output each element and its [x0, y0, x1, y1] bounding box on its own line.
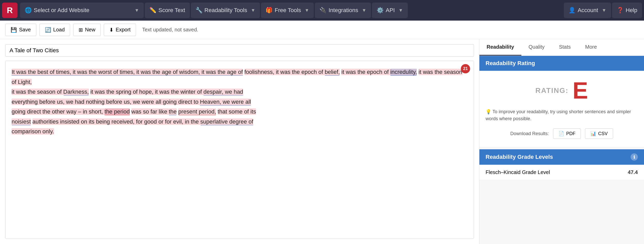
top-nav: R 🌐 Select or Add Website ▼ ✏️ Score Tex…: [0, 0, 644, 21]
export-button[interactable]: ⬇ Export: [104, 24, 136, 36]
free-tools-label: Free Tools: [275, 7, 301, 14]
status-text: Text updated, not saved.: [142, 27, 198, 33]
api-chevron-icon: ▼: [399, 8, 403, 13]
help-icon: ❓: [617, 7, 624, 14]
text-span: it was the epoch of: [341, 69, 390, 75]
text-span: Darkness,: [63, 89, 89, 95]
grade-row: Flesch–Kincaid Grade Level 47.4: [479, 165, 644, 180]
panel-content: Readability Rating RATING: E 💡 To improv…: [479, 56, 644, 244]
readability-tools-button[interactable]: 🔧 Readability Tools ▼: [191, 3, 260, 18]
save-icon: 💾: [11, 27, 17, 33]
main-layout: It was the best of times, it was the wor…: [0, 39, 644, 244]
grade-value: 47.4: [628, 169, 638, 175]
body-text: It was the best of times, it was the wor…: [12, 67, 468, 137]
select-website-label: Select or Add Website: [34, 7, 89, 14]
wrench-icon: 🔧: [196, 7, 202, 14]
rating-tip: 💡 To improve your readability, try using…: [486, 108, 638, 122]
rating-label: RATING:: [535, 86, 569, 95]
text-span: the: [169, 108, 177, 115]
text-span: it was the season of: [12, 89, 63, 95]
score-text-button[interactable]: ✏️ Score Text: [145, 3, 190, 18]
text-span: incredulity,: [390, 69, 417, 76]
account-chevron-icon: ▼: [602, 8, 606, 13]
help-button[interactable]: ❓ Help: [612, 3, 642, 18]
new-button[interactable]: ⊞ New: [73, 24, 101, 36]
api-button[interactable]: ⚙️ API ▼: [372, 3, 408, 18]
text-span: comparison only.: [12, 128, 54, 135]
readability-tools-label: Readability Tools: [205, 7, 247, 14]
text-span: noisiest: [12, 118, 31, 125]
help-label: Help: [626, 7, 637, 14]
pdf-icon: 📄: [558, 131, 564, 136]
text-span: Heaven, we were all: [200, 99, 251, 106]
plug-icon: 🔌: [319, 7, 326, 14]
rating-display: RATING: E: [535, 79, 588, 102]
issue-badge: 21: [461, 64, 470, 73]
text-span: superlative degree of: [200, 118, 253, 125]
gift-icon: 🎁: [266, 7, 273, 14]
rating-box: RATING: E 💡 To improve your readability,…: [479, 71, 644, 147]
editor-panel: It was the best of times, it was the wor…: [0, 39, 479, 244]
user-icon: 👤: [569, 7, 575, 14]
pencil-icon: ✏️: [149, 7, 156, 14]
text-area-wrapper: It was the best of times, it was the wor…: [5, 61, 474, 239]
save-button[interactable]: 💾 Save: [5, 24, 36, 36]
grade-levels-section: Readability Grade Levels ℹ Flesch–Kincai…: [479, 149, 644, 180]
account-label: Account: [578, 7, 598, 14]
load-button[interactable]: 🔄 Load: [39, 24, 70, 36]
pdf-download-button[interactable]: 📄 PDF: [553, 128, 581, 139]
text-area-content[interactable]: It was the best of times, it was the wor…: [5, 61, 474, 239]
text-span: despair, we had: [204, 89, 243, 95]
readability-rating-header: Readability Rating: [479, 56, 644, 71]
app-logo: R: [2, 3, 18, 18]
score-text-label: Score Text: [158, 7, 185, 14]
tabs-row: Readability Quality Stats More: [479, 39, 644, 56]
text-span: was so far like: [131, 108, 169, 115]
free-tools-button[interactable]: 🎁 Free Tools ▼: [261, 3, 314, 18]
download-label: Download Results:: [510, 131, 549, 136]
grade-label: Flesch–Kincaid Grade Level: [486, 169, 550, 175]
readability-chevron-icon: ▼: [251, 8, 255, 13]
text-span: the period: [105, 108, 130, 115]
globe-icon: 🌐: [25, 7, 32, 14]
text-span: present period,: [178, 108, 216, 115]
download-row: Download Results: 📄 PDF 📊 CSV: [510, 128, 613, 139]
toolbar: 💾 Save 🔄 Load ⊞ New ⬇ Export Text update…: [0, 21, 644, 39]
gear-icon: ⚙️: [377, 7, 384, 14]
text-span: going direct the other way – in short,: [12, 108, 105, 115]
csv-icon: 📊: [590, 131, 596, 136]
text-span: foolishness, it was the epoch of: [244, 69, 325, 75]
export-icon: ⬇: [109, 27, 114, 33]
integrations-chevron-icon: ▼: [362, 8, 366, 13]
text-span: it was the spring of hope, it was the wi…: [90, 89, 204, 95]
website-chevron-icon: ▼: [134, 8, 139, 13]
integrations-label: Integrations: [328, 7, 358, 14]
api-label: API: [386, 7, 395, 14]
load-icon: 🔄: [45, 27, 51, 33]
text-span: that some of its: [218, 108, 256, 115]
text-span: belief,: [325, 69, 340, 76]
tab-readability[interactable]: Readability: [479, 39, 521, 56]
tab-stats[interactable]: Stats: [552, 39, 578, 56]
grade-levels-header: Readability Grade Levels ℹ: [479, 149, 644, 165]
csv-download-button[interactable]: 📊 CSV: [585, 128, 613, 139]
tab-quality[interactable]: Quality: [521, 39, 552, 56]
account-button[interactable]: 👤 Account ▼: [564, 3, 611, 18]
rating-grade: E: [573, 79, 588, 102]
new-icon: ⊞: [79, 27, 83, 33]
title-input[interactable]: [5, 44, 474, 57]
text-span: authorities insisted on its being receiv…: [32, 118, 200, 125]
select-website-button[interactable]: 🌐 Select or Add Website ▼: [20, 3, 144, 18]
info-icon: ℹ: [631, 153, 638, 161]
text-span: It was the best of times, it was the wor…: [12, 69, 243, 76]
text-span: everything before us, we had nothing bef…: [12, 99, 200, 105]
tab-more[interactable]: More: [578, 39, 604, 56]
free-tools-chevron-icon: ▼: [305, 8, 309, 13]
integrations-button[interactable]: 🔌 Integrations ▼: [315, 3, 371, 18]
right-panel: Readability Quality Stats More Readabili…: [479, 39, 644, 244]
